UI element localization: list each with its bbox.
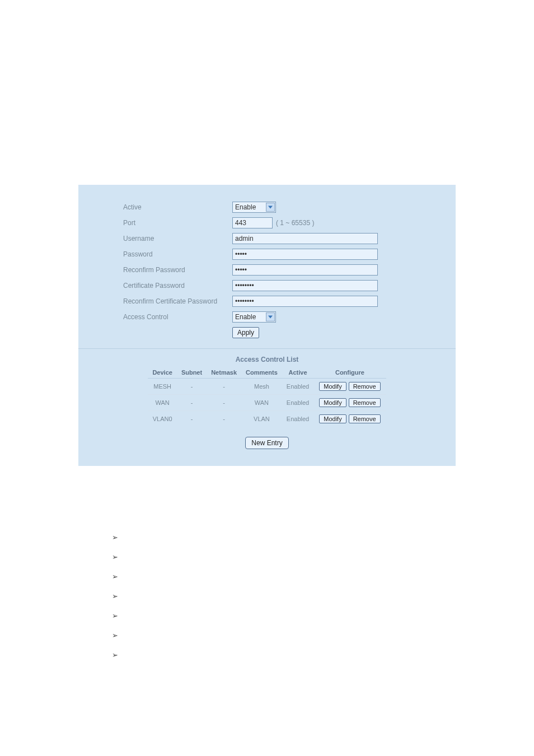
reconfirm-certificate-password-input[interactable] — [232, 296, 378, 307]
divider — [78, 348, 456, 349]
port-input[interactable] — [232, 217, 273, 228]
new-entry-wrapper: New Entry — [78, 437, 456, 449]
row-port: Port ( 1 ~ 65535 ) — [123, 217, 411, 228]
reconfirm-password-input[interactable] — [232, 264, 378, 276]
row-reconfirm-password: Reconfirm Password — [123, 264, 411, 276]
port-hint: ( 1 ~ 65535 ) — [276, 219, 314, 227]
row-access-control: Access Control Enable — [123, 311, 411, 323]
active-select[interactable]: Enable — [232, 202, 276, 213]
row-certificate-password: Certificate Password — [123, 280, 411, 291]
row-reconfirm-certificate-password: Reconfirm Certificate Password — [123, 296, 411, 307]
label-access-control: Access Control — [123, 313, 232, 321]
row-password: Password — [123, 249, 411, 260]
cell-configure: ModifyRemove — [313, 411, 386, 427]
settings-panel: Active Enable Port ( 1 ~ 65535 ) Usernam… — [78, 185, 456, 466]
label-reconfirm-password: Reconfirm Password — [123, 266, 232, 274]
cell-device: WAN — [148, 395, 176, 411]
bullet-item: ➢ — [112, 631, 534, 640]
label-port: Port — [123, 219, 232, 227]
label-certificate-password: Certificate Password — [123, 282, 232, 290]
cell-comments: Mesh — [241, 379, 282, 395]
access-control-select[interactable]: Enable — [232, 311, 276, 323]
cell-subnet: - — [177, 379, 207, 395]
cell-netmask: - — [207, 395, 241, 411]
row-apply: Apply — [123, 327, 411, 338]
cell-configure: ModifyRemove — [313, 395, 386, 411]
cell-comments: WAN — [241, 395, 282, 411]
label-reconfirm-certificate-password: Reconfirm Certificate Password — [123, 297, 232, 305]
username-input[interactable] — [232, 233, 378, 244]
cell-configure: ModifyRemove — [313, 379, 386, 395]
cell-device: VLAN0 — [148, 411, 176, 427]
remove-button[interactable]: Remove — [349, 414, 381, 423]
cell-subnet: - — [177, 411, 207, 427]
cell-active: Enabled — [282, 411, 313, 427]
cell-netmask: - — [207, 379, 241, 395]
bullet-item: ➢ — [112, 553, 534, 561]
new-entry-button[interactable]: New Entry — [245, 437, 288, 449]
acl-header-device: Device — [148, 367, 176, 379]
label-username: Username — [123, 235, 232, 242]
table-row: VLAN0--VLANEnabledModifyRemove — [148, 411, 386, 427]
form-area: Active Enable Port ( 1 ~ 65535 ) Usernam… — [78, 202, 456, 338]
acl-header-netmask: Netmask — [207, 367, 241, 379]
acl-table: Device Subnet Netmask Comments Active Co… — [148, 367, 386, 427]
bullet-list: ➢➢➢➢➢➢➢ — [112, 533, 534, 659]
remove-button[interactable]: Remove — [349, 382, 381, 391]
remove-button[interactable]: Remove — [349, 398, 381, 407]
cell-device: MESH — [148, 379, 176, 395]
bullet-item: ➢ — [112, 592, 534, 600]
cell-active: Enabled — [282, 379, 313, 395]
access-control-select-value: Enable — [234, 313, 268, 321]
chevron-down-icon — [266, 203, 275, 212]
table-row: WAN--WANEnabledModifyRemove — [148, 395, 386, 411]
cell-comments: VLAN — [241, 411, 282, 427]
acl-header-configure: Configure — [313, 367, 386, 379]
certificate-password-input[interactable] — [232, 280, 378, 291]
cell-subnet: - — [177, 395, 207, 411]
acl-header-comments: Comments — [241, 367, 282, 379]
bullet-item: ➢ — [112, 612, 534, 620]
acl-title: Access Control List — [78, 356, 456, 363]
modify-button[interactable]: Modify — [319, 382, 346, 391]
label-active: Active — [123, 203, 232, 211]
table-row: MESH--MeshEnabledModifyRemove — [148, 379, 386, 395]
modify-button[interactable]: Modify — [319, 414, 346, 423]
active-select-value: Enable — [234, 203, 268, 211]
apply-button[interactable]: Apply — [232, 327, 259, 338]
chevron-down-icon — [266, 312, 275, 321]
password-input[interactable] — [232, 249, 378, 260]
row-active: Active Enable — [123, 202, 411, 213]
modify-button[interactable]: Modify — [319, 398, 346, 407]
cell-active: Enabled — [282, 395, 313, 411]
acl-header-subnet: Subnet — [177, 367, 207, 379]
label-password: Password — [123, 250, 232, 258]
cell-netmask: - — [207, 411, 241, 427]
row-username: Username — [123, 233, 411, 244]
acl-header-active: Active — [282, 367, 313, 379]
bullet-item: ➢ — [112, 572, 534, 581]
bullet-item: ➢ — [112, 651, 534, 659]
bullet-item: ➢ — [112, 533, 534, 542]
